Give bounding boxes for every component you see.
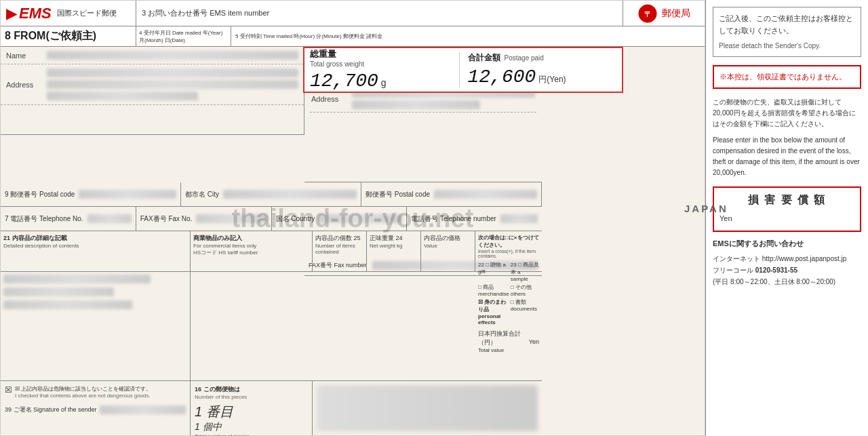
- phone-value-blurred: [87, 214, 132, 223]
- from-address-line2-blurred: [47, 80, 298, 89]
- contact-hours: (平日 8:00～22:00、土日休 8:00～20:00): [713, 276, 861, 288]
- time-cell: 5 受付時刻 Time mailed 時(Hour) 分(Minute) 郵便料…: [231, 26, 705, 46]
- weight-label-jp: 総重量: [310, 48, 459, 60]
- col-weight-label-en: Net weight kg: [370, 243, 418, 249]
- sidebar-warning: ※本控は、領収証書ではありません。: [713, 65, 861, 89]
- country-value-blurred: [319, 214, 402, 223]
- to-address-line2-blurred: [352, 100, 480, 109]
- pieces-label: 16 この郵便物は: [195, 385, 308, 394]
- dangerous-checkbox-icon: ☒: [5, 385, 12, 395]
- city-cell: 都市名 City: [181, 182, 361, 206]
- from-address-value: [47, 68, 298, 100]
- cb-sample-num: 23: [511, 262, 517, 268]
- sidebar-warning-text: ※本控は、領収証書ではありません。: [719, 73, 846, 81]
- japan-text: JAPAN: [684, 203, 728, 214]
- weight-value: 12,700 g: [310, 71, 459, 92]
- sidebar-notice: ご記入後、このご依頼主控はお客様控としてお取りください。 Please deta…: [713, 7, 861, 57]
- desc-row1-blurred: [3, 275, 151, 283]
- to-phone-label: 電話番号 Telephone number: [411, 214, 496, 224]
- fax-label: FAX番号 Fax No.: [140, 214, 193, 224]
- col-items-label: 内容品の個数 25: [315, 234, 363, 243]
- dangerous-text: ☒ 上記内容品は危険物に該当しないことを確認済です。 I checked tha…: [15, 385, 151, 399]
- total-pieces: 1 個中: [195, 421, 308, 433]
- col-items-label-en: Number of items contained: [315, 243, 363, 255]
- second-header-row: 8 FROM(ご依頼主) 4 受付年月日 Date mailed 年(Year)…: [1, 26, 705, 47]
- to-phone-value-blurred: [500, 214, 538, 223]
- bottom-area: ☒ ☒ 上記内容品は危険物に該当しないことを確認済です。 I checked t…: [1, 381, 542, 435]
- ems-japanese: 国際スピード郵便: [57, 8, 117, 18]
- col-value-label: 内容品の価格: [424, 234, 472, 243]
- damage-yen: Yen: [719, 212, 854, 225]
- postage-number: 12,600: [468, 66, 536, 87]
- damage-title: 損 害 要 償 額: [719, 193, 854, 207]
- bottom-mid: 16 この郵便物は Number of this pieces 1 番目 1 個…: [191, 381, 313, 435]
- sidebar-description: この郵便物の亡失、盗取又は損傷に対して20,000円を超える損害賠償を希望される…: [713, 97, 861, 178]
- desc-row2-blurred: [3, 288, 114, 296]
- city-label: 都市名 City: [185, 190, 219, 199]
- col-description-label-en: Detailed description of contents: [3, 243, 187, 249]
- ems-logo-area: ▶ EMS 国際スピード郵便: [1, 1, 136, 26]
- from-label: 8 FROM(ご依頼主): [5, 29, 96, 43]
- col-commercial-label-en: For commercial items only: [193, 243, 309, 249]
- jp-logo-icon: 〒: [637, 3, 658, 24]
- dangerous-label-en: I checked that contents above are not da…: [15, 393, 151, 399]
- bottom-left: ☒ ☒ 上記内容品は危険物に該当しないことを確認済です。 I checked t…: [1, 381, 191, 435]
- bottom-right: [313, 381, 542, 435]
- postage-unit: 円(Yen): [538, 74, 566, 85]
- postage-label-jp: 合計金額: [468, 52, 500, 64]
- insert-cross-label: 次の場合は□に×をつけてください。: [478, 234, 539, 249]
- from-address-row: Address: [1, 64, 304, 105]
- from-name-value-blurred: [47, 51, 298, 60]
- col-weight-label: 正味重量 24: [370, 234, 418, 243]
- country-postal-value-blurred: [434, 190, 537, 199]
- country-postal-cell: 郵便番号 Postal code: [361, 182, 542, 206]
- total-pieces-label: Total number of pieces: [195, 433, 308, 436]
- pieces-num: 1 番目: [195, 403, 308, 421]
- postage-section: 合計金額 Postage paid 12,600 円(Yen): [459, 52, 617, 87]
- col-commercial: 商業物品のみ記入 For commercial items only HSコード…: [191, 231, 313, 271]
- postal-code-cell: 9 郵便番号 Postal code: [1, 182, 181, 206]
- contact-number: 0120-5931-55: [755, 266, 797, 274]
- contact-info: EMSに関するお問い合わせ インターネット http://www.post.ja…: [713, 237, 861, 288]
- col-description: 21 内容品の詳細な記載 Detailed description of con…: [1, 231, 191, 271]
- phone-label: 7 電話番号 Telephone No.: [5, 214, 83, 224]
- weight-number: 12,700: [310, 71, 378, 92]
- jp-post-area: 〒 郵便局: [623, 1, 705, 26]
- country-postal-label: 郵便番号 Postal code: [366, 190, 430, 199]
- contact-free: フリーコール 0120-5931-55: [713, 264, 861, 276]
- sidebar-notice-en: Please detach the Sender's Copy.: [719, 41, 855, 51]
- main-form: ▶ EMS 国際スピード郵便 3 お問い合わせ番号 EMS item numbe…: [0, 0, 705, 436]
- damage-box: 損 害 要 償 額 Yen: [713, 186, 861, 232]
- dangerous-row: ☒ ☒ 上記内容品は危険物に該当しないことを確認済です。 I checked t…: [5, 385, 186, 399]
- phone-row: 7 電話番号 Telephone No. FAX番号 Fax No. 国名 Co…: [1, 207, 542, 231]
- weight-postage-inner: 総重量 Total gross weight 12,700 g 合計金額 Pos…: [310, 51, 616, 89]
- bottom-right-blurred: [317, 385, 538, 431]
- contact-internet: インターネット http://www.post.japanpost.jp: [713, 253, 861, 264]
- date-cell: 4 受付年月日 Date mailed 年(Year) 月(Month) 日(D…: [136, 26, 231, 46]
- from-header-cell: 8 FROM(ご依頼主): [1, 26, 136, 46]
- sidebar-notice-jp: ご記入後、このご依頼主控はお客様控としてお取りください。: [719, 13, 855, 37]
- contact-title: EMSに関するお問い合わせ: [713, 237, 861, 250]
- signature-label: 39 ご署名 Signature of the sender: [5, 405, 97, 414]
- fax-value-blurred: [196, 214, 267, 223]
- sidebar-desc-jp: この郵便物の亡失、盗取又は損傷に対して20,000円を超える損害賠償を希望される…: [713, 97, 861, 130]
- other-cols-data: [191, 272, 542, 380]
- weight-postage-box: 総重量 Total gross weight 12,700 g 合計金額 Pos…: [303, 47, 623, 93]
- svg-text:〒: 〒: [644, 9, 652, 18]
- contact-free-jp: フリーコール: [713, 266, 753, 274]
- sidebar: ご記入後、このご依頼主控はお客様控としてお取りください。 Please deta…: [705, 0, 868, 436]
- from-name-row: Name: [1, 47, 304, 64]
- postage-label-en: Postage paid: [505, 54, 544, 62]
- col-value: 内容品の価格 Value: [421, 231, 475, 271]
- ems-arrow-icon: ▶: [6, 5, 16, 22]
- weight-unit: g: [381, 77, 387, 88]
- country-cell: 国名 Country: [272, 207, 408, 231]
- inquiry-label: 3 お問い合わせ番号 EMS item number: [142, 8, 269, 18]
- time-label: 5 受付時刻 Time mailed 時(Hour) 分(Minute) 郵便料…: [235, 33, 382, 40]
- cb-gift-num: 22: [478, 262, 484, 268]
- to-address-label: Address: [311, 95, 352, 103]
- fax-cell: FAX番号 Fax No.: [136, 207, 272, 231]
- col-right-checkboxes: 次の場合は□に×をつけてください。 Insert a cross(×), if …: [475, 231, 542, 271]
- ems-logo: ▶ EMS 国際スピード郵便: [6, 5, 117, 22]
- insert-cross-en: Insert a cross(×), if the item contains.: [478, 249, 539, 258]
